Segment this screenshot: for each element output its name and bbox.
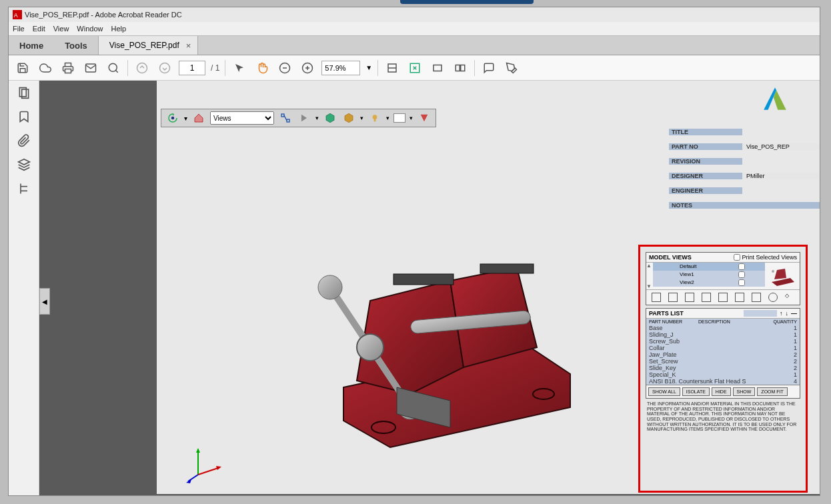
svg-point-25 [171,117,175,120]
views-dropdown[interactable]: Views [210,111,274,125]
scroll-down-icon[interactable]: ▼ [646,283,653,289]
parts-buttons: SHOW ALL ISOLATE HIDE SHOW ZOOM FIT [646,385,800,398]
3d-play-icon[interactable] [297,111,311,125]
page-down-icon[interactable] [156,59,173,77]
fit-page-icon[interactable] [406,59,424,77]
view-persp-icon[interactable] [768,293,778,302]
zoom-out-icon[interactable] [276,59,293,77]
print-icon[interactable] [59,59,77,77]
zoomfit-button[interactable]: ZOOM FIT [757,387,787,396]
menu-view[interactable]: View [53,25,69,33]
part-row[interactable]: Base1 [646,325,800,331]
mail-icon[interactable] [82,59,99,77]
partno-label: PART NO [669,143,742,150]
save-icon[interactable] [14,59,31,77]
layers-icon[interactable] [17,158,31,171]
full-screen-icon[interactable] [429,59,446,77]
close-icon[interactable]: × [186,41,191,51]
vise-3d-model[interactable] [290,201,584,454]
svg-rect-31 [374,119,376,121]
tab-home[interactable]: Home [9,36,54,55]
view-back-icon[interactable] [685,293,694,302]
svg-point-47 [772,270,774,273]
sort-desc-icon[interactable]: ↓ [786,310,789,317]
3d-cube-icon[interactable] [323,111,337,125]
scroll-up-icon[interactable]: ▲ [646,263,653,269]
view-right-icon[interactable] [718,293,728,302]
revision-label: REVISION [669,158,742,165]
3d-section-icon[interactable] [417,111,432,125]
pointer-icon[interactable] [231,59,248,77]
menu-window[interactable]: Window [77,25,103,33]
axis-indicator [185,445,225,485]
menu-edit[interactable]: Edit [33,25,45,33]
hide-button[interactable]: HIDE [712,387,731,396]
collapse-panel-icon[interactable]: ◀ [39,288,50,315]
sort-asc-icon[interactable]: ↑ [780,310,783,317]
tab-tools[interactable]: Tools [54,36,98,55]
menu-file[interactable]: File [13,25,25,33]
model-tree-icon[interactable] [17,182,31,195]
svg-point-38 [318,275,342,299]
svg-line-28 [284,115,287,121]
part-row[interactable]: ANSI B18. Countersunk Flat Head S4 [646,378,800,385]
attachment-icon[interactable] [17,134,31,147]
sign-icon[interactable] [503,59,520,77]
hand-icon[interactable] [253,59,271,77]
parts-list-panel: PARTS LIST ↑ ↓ — PART NUMBERDESCRIPTIONQ… [646,308,800,399]
menu-help[interactable]: Help [111,25,126,33]
view-mode-icon[interactable] [452,59,469,77]
3d-bg-icon[interactable] [393,113,405,123]
showall-button[interactable]: SHOW ALL [648,387,680,396]
legal-text: THE INFORMATION AND/OR MATERIAL IN THIS … [640,401,806,432]
search-icon[interactable] [105,59,122,77]
svg-point-4 [109,63,117,71]
view-icons-row: ◇ [646,289,800,305]
part-row[interactable]: Set_Screw2 [646,358,800,365]
tab-document[interactable]: Vise_POS_REP.pdf × [98,36,199,55]
3d-light-icon[interactable] [367,111,382,125]
3d-home-icon[interactable] [191,111,206,125]
fit-width-icon[interactable] [383,59,401,77]
show-button[interactable]: SHOW [733,387,756,396]
svg-marker-29 [301,115,307,122]
view-top-icon[interactable] [735,293,744,302]
minimize-icon[interactable]: — [791,310,797,317]
left-nav-panel [9,81,39,495]
thumbnails-icon[interactable] [17,86,31,99]
view-more-icon[interactable]: ◇ [785,293,794,302]
3d-cube2-icon[interactable] [341,111,356,125]
parts-filter[interactable] [744,310,777,317]
view-row-default[interactable]: Default [653,263,765,271]
zoom-in-icon[interactable] [299,59,316,77]
svg-rect-34 [393,274,454,285]
parts-header: PART NUMBERDESCRIPTIONQUANTITY [646,319,800,325]
title-label: TITLE [669,129,742,135]
part-row[interactable]: Collar1 [646,345,800,351]
comment-icon[interactable] [480,59,498,77]
notes-label: NOTES [669,202,820,209]
isolate-button[interactable]: ISOLATE [682,387,710,396]
view-iso-icon[interactable] [652,293,661,302]
page-number-input[interactable] [179,61,205,75]
part-row[interactable]: Jaw_Plate2 [646,351,800,358]
3d-tree-icon[interactable] [278,111,293,125]
svg-rect-16 [434,65,442,71]
part-row[interactable]: Slide_Key2 [646,365,800,371]
part-row[interactable]: Sliding_J1 [646,331,800,338]
page-up-icon[interactable] [133,59,151,77]
view-row-1[interactable]: View1 [653,271,765,279]
cloud-icon[interactable] [37,59,54,77]
views-list: Default View1 View2 [653,263,765,289]
3d-rotate-icon[interactable] [165,111,180,125]
print-views-checkbox[interactable]: Print Selected Views [734,254,797,261]
part-row[interactable]: Screw_Sub1 [646,338,800,345]
view-front-icon[interactable] [668,293,678,302]
bookmark-icon[interactable] [17,110,31,123]
view-row-2[interactable]: View2 [653,279,765,287]
part-row[interactable]: Special_K1 [646,371,800,378]
view-left-icon[interactable] [702,293,711,302]
pdf-icon: A [13,10,22,19]
zoom-input[interactable] [321,61,360,75]
view-bottom-icon[interactable] [752,293,761,302]
